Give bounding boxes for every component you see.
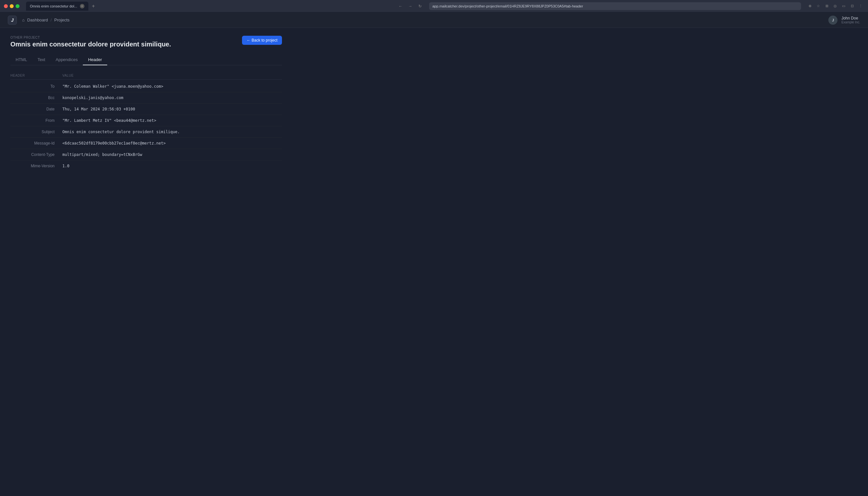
page-title: Omnis enim consectetur dolore provident …	[11, 41, 171, 48]
user-name: John Doe	[841, 16, 860, 20]
table-row: To "Mr. Coleman Walker" <juana.moen@yaho…	[11, 81, 282, 92]
back-browser-button[interactable]: ←	[397, 2, 404, 10]
user-org: Example Inc.	[841, 20, 860, 24]
tab-close-button[interactable]: ✕	[80, 4, 84, 9]
project-label: OTHER PROJECT	[11, 36, 171, 39]
app-header-left: J ⌂ Dashboard / Projects	[8, 16, 69, 25]
profile-icon[interactable]: ◎	[832, 3, 839, 10]
row-label-date: Date	[11, 107, 62, 111]
home-icon[interactable]: ⌂	[22, 17, 25, 22]
bookmark-icon[interactable]: ☆	[815, 3, 822, 10]
page-title-section: OTHER PROJECT Omnis enim consectetur dol…	[11, 36, 171, 48]
new-tab-button[interactable]: +	[90, 2, 97, 10]
cast-icon[interactable]: ▭	[840, 3, 847, 10]
table-header-row: HEADER VALUE	[11, 72, 282, 80]
breadcrumb-projects[interactable]: Projects	[54, 17, 69, 22]
minimize-traffic-light[interactable]	[10, 4, 14, 8]
row-value-subject: Omnis enim consectetur dolore provident …	[62, 129, 282, 134]
row-label-subject: Subject	[11, 129, 62, 134]
row-value-from: "Mr. Lambert Metz IV" <beau44@mertz.net>	[62, 118, 282, 123]
breadcrumb-separator: /	[50, 17, 52, 22]
user-info: John Doe Example Inc.	[841, 16, 860, 24]
col-header-label: HEADER	[11, 74, 62, 77]
forward-browser-button[interactable]: →	[406, 2, 414, 10]
tab-text[interactable]: Text	[32, 55, 50, 65]
row-label-message-id: Message-Id	[11, 141, 62, 145]
browser-controls: ← → ↻	[397, 2, 424, 10]
app-logo[interactable]: J	[8, 16, 17, 25]
table-row: Subject Omnis enim consectetur dolore pr…	[11, 126, 282, 138]
row-value-content-type: multipart/mixed; boundary=tCNxBrGw	[62, 152, 282, 157]
browser-chrome: Omnis enim consectetur dol... ✕ + ← → ↻ …	[0, 0, 868, 12]
row-label-to: To	[11, 84, 62, 89]
main-content: OTHER PROJECT Omnis enim consectetur dol…	[0, 28, 292, 179]
row-label-mime-version: Mime-Version	[11, 164, 62, 168]
maximize-traffic-light[interactable]	[16, 4, 19, 8]
tab-header[interactable]: Header	[83, 55, 107, 65]
table-row: Content-Type multipart/mixed; boundary=t…	[11, 149, 282, 160]
app-header-right: J John Doe Example Inc.	[828, 16, 860, 25]
address-text: app.mailcatcher.dev/project/other-projec…	[432, 4, 583, 8]
back-to-project-button[interactable]: ← Back to project	[242, 36, 282, 45]
tab-title: Omnis enim consectetur dol...	[30, 4, 77, 8]
table-row: From "Mr. Lambert Metz IV" <beau44@mertz…	[11, 115, 282, 126]
breadcrumb-dashboard[interactable]: Dashboard	[27, 17, 48, 22]
row-label-bcc: Bcc	[11, 95, 62, 100]
row-value-bcc: konopelski.janis@yahoo.com	[62, 95, 282, 100]
close-traffic-light[interactable]	[4, 4, 8, 8]
traffic-lights	[4, 4, 19, 8]
menu-icon[interactable]: ⋮	[857, 3, 864, 10]
col-value-label: VALUE	[62, 74, 282, 77]
translate-icon[interactable]: ⊕	[806, 3, 813, 10]
email-tabs: HTML Text Appendices Header	[11, 55, 282, 65]
table-row: Mime-Version 1.0	[11, 160, 282, 171]
row-value-to: "Mr. Coleman Walker" <juana.moen@yahoo.c…	[62, 84, 282, 89]
app-header: J ⌂ Dashboard / Projects J John Doe Exam…	[0, 12, 868, 28]
browser-actions: ⊕ ☆ ⊞ ◎ ▭ ⊡ ⋮	[806, 3, 864, 10]
browser-tab[interactable]: Omnis enim consectetur dol... ✕	[26, 2, 88, 11]
tab-html[interactable]: HTML	[11, 55, 32, 65]
screenshot-icon[interactable]: ⊡	[849, 3, 856, 10]
avatar: J	[828, 16, 837, 25]
tab-appendices[interactable]: Appendices	[50, 55, 83, 65]
extension-icon[interactable]: ⊞	[823, 3, 830, 10]
row-label-content-type: Content-Type	[11, 152, 62, 157]
table-row: Bcc konopelski.janis@yahoo.com	[11, 92, 282, 104]
reload-browser-button[interactable]: ↻	[416, 2, 424, 10]
table-row: Date Thu, 14 Mar 2024 20:56:03 +0100	[11, 104, 282, 115]
header-table: HEADER VALUE To "Mr. Coleman Walker" <ju…	[11, 72, 282, 171]
row-value-message-id: <6dcaac502df8179e00cbb27ec1aef0ec@mertz.…	[62, 141, 282, 145]
page-header: OTHER PROJECT Omnis enim consectetur dol…	[11, 36, 282, 48]
breadcrumb: ⌂ Dashboard / Projects	[22, 17, 69, 22]
row-value-mime-version: 1.0	[62, 164, 282, 168]
table-row: Message-Id <6dcaac502df8179e00cbb27ec1ae…	[11, 138, 282, 149]
row-value-date: Thu, 14 Mar 2024 20:56:03 +0100	[62, 107, 282, 111]
address-bar[interactable]: app.mailcatcher.dev/project/other-projec…	[429, 2, 801, 10]
row-label-from: From	[11, 118, 62, 123]
tab-bar: Omnis enim consectetur dol... ✕ +	[26, 2, 391, 11]
